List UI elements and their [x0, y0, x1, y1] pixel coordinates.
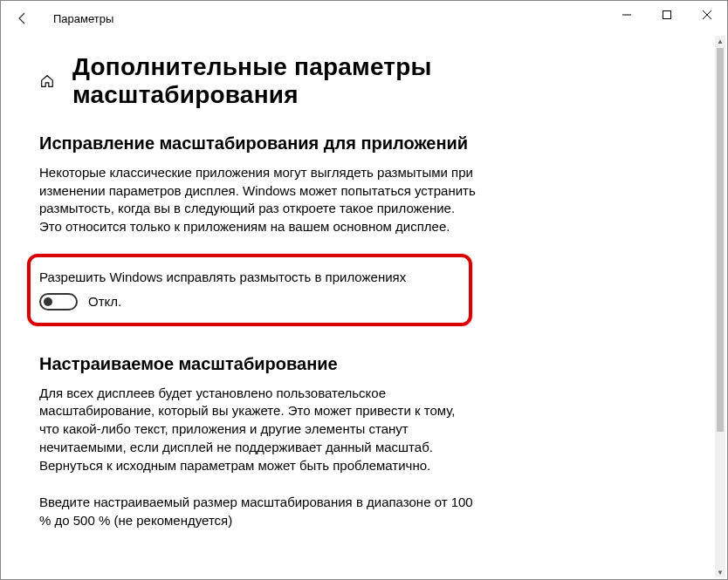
section-heading-fix-scaling: Исправление масштабирования для приложен… — [39, 133, 525, 154]
custom-scaling-input-hint: Введите настраиваемый размер масштабиров… — [39, 494, 476, 529]
minimize-button[interactable] — [607, 1, 647, 29]
fix-scaling-description: Некоторые классические приложения могут … — [39, 164, 476, 236]
back-button[interactable] — [10, 5, 36, 31]
highlight-box: Разрешить Windows исправлять размытость … — [27, 254, 472, 326]
svg-rect-1 — [663, 11, 671, 19]
home-icon[interactable] — [39, 72, 55, 90]
scroll-thumb[interactable] — [717, 48, 724, 432]
custom-scaling-description: Для всех дисплеев будет установлено поль… — [39, 385, 476, 474]
section-heading-custom-scaling: Настраиваемое масштабирование — [39, 354, 525, 374]
toggle-state-text: Откл. — [88, 294, 121, 309]
page-title: Дополнительные параметры масштабирования — [72, 53, 525, 109]
toggle-label-fix-blur: Разрешить Windows исправлять размытость … — [39, 270, 434, 284]
toggle-knob — [44, 297, 52, 306]
toggle-fix-blur[interactable] — [39, 293, 78, 310]
close-button[interactable] — [687, 1, 727, 29]
scroll-up-arrow-icon[interactable]: ▲ — [715, 36, 725, 46]
window-title: Параметры — [53, 12, 113, 25]
vertical-scrollbar[interactable]: ▲ ▼ — [715, 36, 725, 577]
maximize-button[interactable] — [647, 1, 687, 29]
content-area: Дополнительные параметры масштабирования… — [1, 36, 560, 579]
scroll-down-arrow-icon[interactable]: ▼ — [715, 567, 725, 577]
